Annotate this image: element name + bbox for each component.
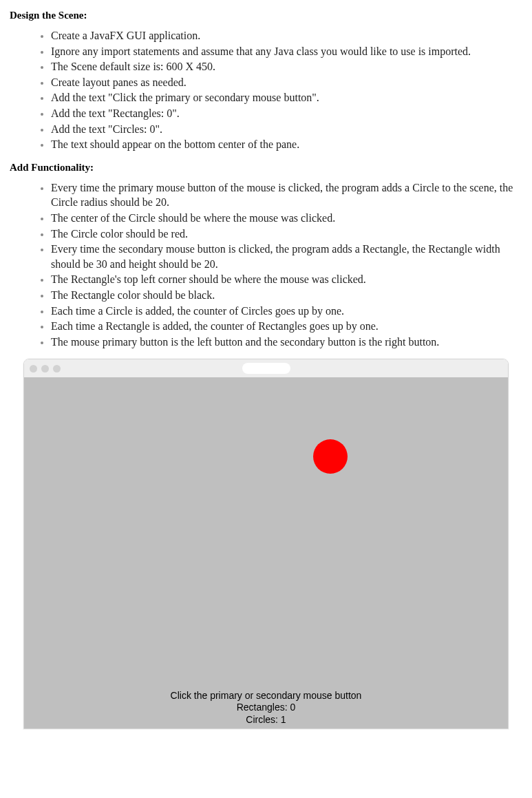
list-item: Create a JavaFX GUI application.: [51, 28, 522, 43]
list-item: Ignore any import statements and assume …: [51, 44, 522, 59]
list-item: The Circle color should be red.: [51, 227, 522, 242]
list-item: Add the text "Rectangles: 0".: [51, 106, 522, 121]
list-item: Each time a Rectangle is added, the coun…: [51, 319, 522, 334]
document-page: Design the Scene: Create a JavaFX GUI ap…: [0, 0, 532, 743]
list-item: Create layout panes as needed.: [51, 75, 522, 90]
functionality-list: Every time the primary mouse button of t…: [10, 180, 522, 350]
list-item: Add the text "Click the primary or secon…: [51, 90, 522, 105]
rectangles-counter: Rectangles: 0: [24, 702, 508, 714]
circles-counter: Circles: 1: [24, 714, 508, 726]
list-item: The Rectangle color should be black.: [51, 288, 522, 303]
list-item: The center of the Circle should be where…: [51, 211, 522, 226]
window-titlebar: [24, 359, 508, 377]
list-item: Each time a Circle is added, the counter…: [51, 304, 522, 319]
list-item: The Rectangle's top left corner should b…: [51, 272, 522, 287]
drawing-canvas[interactable]: Click the primary or secondary mouse but…: [24, 377, 508, 728]
status-text-block: Click the primary or secondary mouse but…: [24, 690, 508, 726]
heading-functionality: Add Functionality:: [10, 162, 522, 174]
list-item: Add the text "Circles: 0".: [51, 122, 522, 137]
traffic-light-zoom-icon: [53, 365, 61, 372]
title-placeholder: [242, 363, 290, 374]
circle-shape: [313, 439, 348, 474]
design-list: Create a JavaFX GUI application. Ignore …: [10, 28, 522, 152]
traffic-light-minimize-icon: [41, 365, 49, 372]
heading-design: Design the Scene:: [10, 10, 522, 21]
app-window: Click the primary or secondary mouse but…: [23, 359, 509, 729]
list-item: Every time the secondary mouse button is…: [51, 242, 522, 271]
instruction-text: Click the primary or secondary mouse but…: [24, 690, 508, 702]
list-item: Every time the primary mouse button of t…: [51, 180, 522, 210]
traffic-light-close-icon: [30, 365, 37, 372]
list-item: The Scene default size is: 600 X 450.: [51, 59, 522, 74]
list-item: The text should appear on the bottom cen…: [51, 137, 522, 152]
list-item: The mouse primary button is the left but…: [51, 335, 522, 350]
